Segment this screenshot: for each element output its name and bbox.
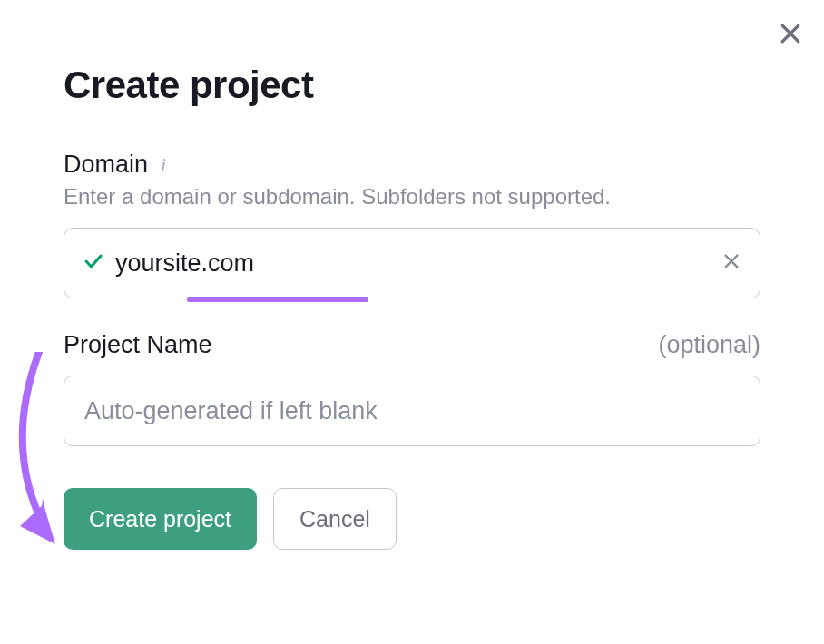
- project-name-input[interactable]: [84, 397, 740, 425]
- domain-label: Domain: [64, 151, 148, 179]
- domain-input[interactable]: [115, 249, 709, 278]
- project-name-input-wrap: [64, 376, 760, 446]
- domain-field-block: Domain i Enter a domain or subdomain. Su…: [64, 151, 760, 298]
- project-name-label: Project Name: [64, 331, 212, 359]
- domain-help-text: Enter a domain or subdomain. Subfolders …: [64, 184, 760, 210]
- project-name-label-row: Project Name (optional): [64, 331, 760, 359]
- create-project-button[interactable]: Create project: [64, 488, 257, 550]
- dialog-actions: Create project Cancel: [64, 488, 760, 550]
- checkmark-icon: [83, 250, 104, 276]
- create-project-dialog: Create project Domain i Enter a domain o…: [0, 0, 824, 586]
- project-name-field-block: Project Name (optional): [64, 331, 760, 446]
- domain-label-row: Domain i: [64, 151, 760, 179]
- domain-input-wrap: [64, 228, 760, 298]
- optional-hint: (optional): [658, 331, 760, 359]
- annotation-underline: [187, 297, 368, 302]
- dialog-title: Create project: [64, 63, 760, 107]
- clear-icon[interactable]: [721, 251, 741, 275]
- info-icon[interactable]: i: [159, 155, 168, 175]
- close-icon[interactable]: [777, 20, 804, 47]
- cancel-button[interactable]: Cancel: [273, 488, 397, 550]
